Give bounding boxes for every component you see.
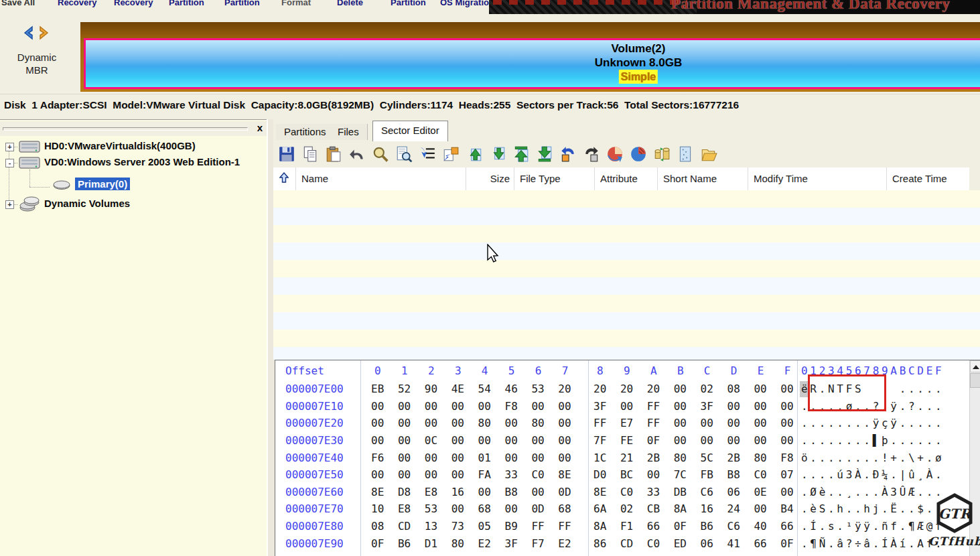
hex-offset[interactable]: 000007E00 (275, 380, 361, 398)
menu-format[interactable]: Format (281, 0, 311, 7)
goto-offset-icon[interactable] (419, 145, 436, 163)
disk-info-bar: Disk 1 Adapter:SCSI Model:VMware Virtual… (0, 94, 980, 116)
move-top-icon[interactable] (512, 145, 530, 163)
scroll-up-button[interactable] (970, 360, 980, 372)
menu-partition-1[interactable]: Partition (169, 0, 204, 7)
hex-ascii[interactable] (798, 552, 970, 556)
hex-offset[interactable]: 000007E10 (275, 398, 361, 415)
panel-grip[interactable] (3, 127, 248, 131)
mouse-cursor (486, 244, 500, 264)
scrollbar-thumb[interactable] (970, 373, 980, 388)
col-name[interactable]: Name (296, 167, 466, 190)
hex-bytes-8-F[interactable]: 3F 00 FF 00 3F 00 00 00 (589, 398, 798, 415)
convert-disk-icon[interactable] (653, 145, 671, 163)
hex-offset[interactable]: 000007E90 (275, 535, 361, 552)
hex-offset[interactable]: 000007EA0 (275, 552, 361, 556)
hex-bytes-8-F[interactable]: FF E7 FF 00 00 00 00 00 (589, 415, 798, 432)
hex-bytes-0-7[interactable]: 8E D8 E8 16 00 B8 00 0D (361, 484, 589, 501)
hex-bytes-8-F[interactable]: 7F FE 0F 00 00 00 00 00 (589, 432, 798, 449)
hex-bytes-8-F[interactable]: 20 20 20 00 02 08 00 00 (589, 380, 798, 398)
tab-partitions[interactable]: Partitions (276, 124, 335, 140)
hex-offset[interactable]: 000007E30 (275, 432, 361, 449)
move-down-icon[interactable] (489, 145, 506, 163)
menu-partition-2[interactable]: Partition (224, 0, 260, 7)
hex-bytes-0-7[interactable]: 00 00 00 00 80 00 80 00 (361, 415, 589, 432)
hex-bytes-8-F[interactable]: 6A 02 CB 8A 16 24 00 B4 (589, 500, 798, 518)
view-log-icon[interactable] (677, 145, 694, 163)
tree-item-vd0[interactable]: VD0:Windows Server 2003 Web Edition-1 (44, 156, 240, 167)
hex-ascii[interactable]: ........ÿçÿ..... (798, 415, 970, 432)
tab-bar: Partitions Files Sector Editor (273, 119, 980, 141)
hex-bytes-8-F[interactable]: 8A F1 66 0F B6 C6 40 66 (589, 518, 798, 535)
copy-icon[interactable] (301, 145, 319, 163)
jump-to-sector-icon[interactable] (442, 145, 460, 163)
tree-item-primary-selected[interactable]: Primary(0) (75, 178, 130, 190)
hex-bytes-8-F[interactable]: 8E C0 33 DB C6 06 0E 00 (589, 484, 798, 501)
tree-item-hd0[interactable]: HD0:VMwareVirtualdisk(400GB) (44, 140, 196, 151)
open-folder-icon[interactable] (700, 145, 717, 163)
hex-bytes-8-F[interactable]: 86 CD C0 ED 06 41 66 0F (589, 535, 798, 552)
tree-item-dynamic-volumes[interactable]: Dynamic Volumes (44, 198, 130, 209)
move-bottom-icon[interactable] (536, 145, 553, 163)
menu-recovery-2[interactable]: Recovery (114, 0, 153, 7)
menu-partition-3[interactable]: Partition (391, 0, 426, 7)
expand-toggle[interactable]: + (5, 143, 14, 151)
expand-toggle[interactable]: + (5, 200, 14, 209)
move-up-icon[interactable] (466, 145, 483, 163)
col-short-name[interactable]: Short Name (658, 167, 748, 190)
tab-files[interactable]: Files (330, 124, 368, 140)
tree-row-primary: Primary(0) (0, 171, 267, 187)
search-document-icon[interactable] (395, 145, 413, 163)
search-icon[interactable] (372, 145, 389, 163)
hex-ascii[interactable]: ö........!+.\+.ø (798, 449, 970, 466)
hex-row: 000007E40 F6 00 00 00 01 00 00 00 1C 21 … (275, 449, 970, 466)
hex-row: 000007E20 00 00 00 00 80 00 80 00 FF E7 … (275, 415, 970, 432)
hex-offset[interactable]: 000007E50 (275, 466, 361, 484)
menu-recovery-1[interactable]: Recovery (58, 0, 97, 7)
hex-bytes-0-7[interactable]: 00 00 00 00 FA 33 C0 8E (361, 466, 589, 484)
hex-bytes-8-F[interactable]: 1C 21 2B 80 5C 2B 80 F8 (589, 449, 798, 466)
hex-offset[interactable]: 000007E40 (275, 449, 361, 466)
hex-ascii[interactable]: ........▌þ...... (798, 432, 970, 449)
hex-bytes-0-7[interactable]: 00 00 00 00 00 F8 00 00 (361, 398, 589, 415)
hex-offset[interactable]: 000007E70 (275, 500, 361, 518)
hex-bytes-0-7[interactable]: 0F B6 D1 80 E2 3F F7 E2 (361, 535, 589, 552)
sort-column[interactable] (273, 167, 296, 190)
hex-ascii[interactable]: ....ú3À.Ð¼.|û¸À. (798, 466, 970, 484)
hex-bytes-0-7[interactable]: 00 00 0C 00 00 00 00 00 (361, 432, 589, 449)
volume-block-selected[interactable]: Volume(2) Unknown 8.0GB Simple (84, 38, 980, 89)
hex-bytes-0-7[interactable]: F6 00 00 00 01 00 00 00 (361, 449, 589, 466)
hex-bytes-0-7[interactable] (361, 552, 589, 556)
collapse-toggle[interactable]: - (5, 159, 14, 167)
hex-bytes-8-F[interactable] (589, 552, 798, 556)
hex-bytes-8-F[interactable]: D0 BC 00 7C FB B8 C0 07 (589, 466, 798, 484)
close-panel-button[interactable]: x (257, 122, 263, 133)
disk-mode-line2: MBR (0, 64, 74, 76)
menu-os-migration[interactable]: OS Migration (440, 0, 489, 7)
paste-icon[interactable] (325, 145, 342, 163)
hex-bytes-0-7[interactable]: EB 52 90 4E 54 46 53 20 (361, 380, 589, 398)
col-size[interactable]: Size (466, 167, 514, 190)
undo-icon[interactable] (348, 145, 366, 163)
hex-offset[interactable]: 000007E80 (275, 518, 361, 535)
col-file-type[interactable]: File Type (514, 167, 595, 190)
save-icon[interactable] (278, 145, 295, 163)
forward-arrow-icon[interactable] (40, 27, 48, 39)
hex-offset[interactable]: 000007E20 (275, 415, 361, 432)
pie-usage-icon[interactable] (630, 145, 647, 163)
tab-sector-editor[interactable]: Sector Editor (372, 121, 448, 141)
redo-write-icon[interactable] (583, 145, 600, 163)
file-list-empty[interactable] (273, 190, 980, 360)
col-attribute[interactable]: Attribute (595, 167, 658, 190)
hex-bytes-0-7[interactable]: 10 E8 53 00 68 00 0D 68 (361, 500, 589, 518)
menu-save-all[interactable]: Save All (1, 0, 35, 7)
hex-offset[interactable]: 000007E60 (275, 484, 361, 501)
refresh-view-icon[interactable] (606, 145, 624, 163)
hex-bytes-0-7[interactable]: 08 CD 13 73 05 B9 FF FF (361, 518, 589, 535)
col-modify-time[interactable]: Modify Time (748, 167, 887, 190)
menu-delete[interactable]: Delete (337, 0, 363, 7)
col-create-time[interactable]: Create Time (887, 167, 969, 190)
undo-write-icon[interactable] (559, 145, 577, 163)
sort-up-icon (279, 172, 289, 183)
back-arrow-icon[interactable] (25, 27, 32, 39)
